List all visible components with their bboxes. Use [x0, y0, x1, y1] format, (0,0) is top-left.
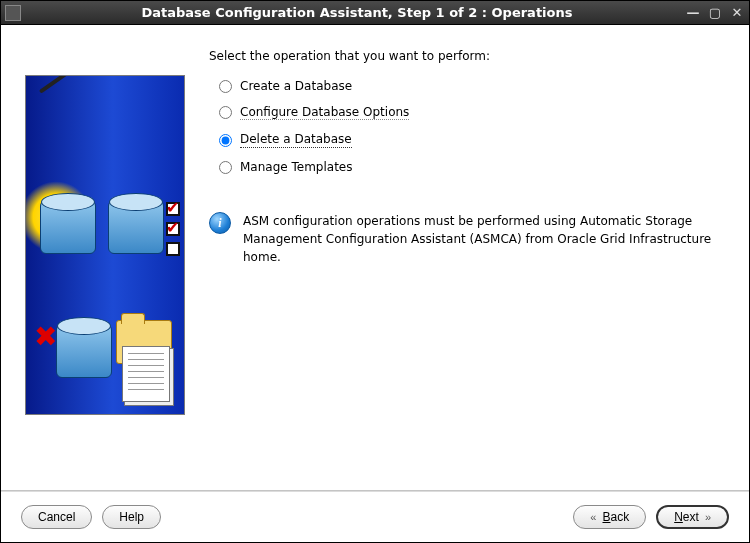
- radio-delete-database[interactable]: Delete a Database: [219, 132, 721, 148]
- content-area: ✖ Select the operation that you want to …: [1, 25, 749, 490]
- radio-configure-options[interactable]: Configure Database Options: [219, 105, 721, 120]
- minimize-icon[interactable]: —: [685, 5, 701, 21]
- cancel-label: Cancel: [38, 510, 75, 524]
- radio-input-create[interactable]: [219, 80, 232, 93]
- help-label: Help: [119, 510, 144, 524]
- wizard-side-graphic: ✖: [25, 75, 185, 415]
- window-title: Database Configuration Assistant, Step 1…: [29, 5, 685, 20]
- info-icon: i: [209, 212, 231, 234]
- info-row: i ASM configuration operations must be p…: [209, 212, 721, 266]
- titlebar: Database Configuration Assistant, Step 1…: [1, 1, 749, 25]
- radio-input-templates[interactable]: [219, 161, 232, 174]
- footer: Cancel Help « Back Next »: [1, 492, 749, 542]
- cancel-button[interactable]: Cancel: [21, 505, 92, 529]
- window-controls: — ▢ ✕: [685, 5, 745, 21]
- chevron-left-icon: «: [590, 511, 596, 523]
- radio-input-configure[interactable]: [219, 106, 232, 119]
- close-icon[interactable]: ✕: [729, 5, 745, 21]
- radio-label-delete[interactable]: Delete a Database: [240, 132, 352, 148]
- radio-input-delete[interactable]: [219, 134, 232, 147]
- help-button[interactable]: Help: [102, 505, 161, 529]
- maximize-icon[interactable]: ▢: [707, 5, 723, 21]
- dbca-window: Database Configuration Assistant, Step 1…: [0, 0, 750, 543]
- main-panel: Select the operation that you want to pe…: [185, 49, 721, 482]
- radio-label-configure[interactable]: Configure Database Options: [240, 105, 409, 120]
- back-label: Back: [602, 510, 629, 524]
- radio-label-templates[interactable]: Manage Templates: [240, 160, 353, 174]
- next-button[interactable]: Next »: [656, 505, 729, 529]
- radio-label-create[interactable]: Create a Database: [240, 79, 352, 93]
- app-icon: [5, 5, 21, 21]
- radio-create-database[interactable]: Create a Database: [219, 79, 721, 93]
- next-label: Next: [674, 510, 699, 524]
- radio-manage-templates[interactable]: Manage Templates: [219, 160, 721, 174]
- operation-heading: Select the operation that you want to pe…: [209, 49, 721, 63]
- chevron-right-icon: »: [705, 511, 711, 523]
- info-text: ASM configuration operations must be per…: [243, 212, 721, 266]
- back-button[interactable]: « Back: [573, 505, 646, 529]
- operation-radio-group: Create a Database Configure Database Opt…: [219, 79, 721, 174]
